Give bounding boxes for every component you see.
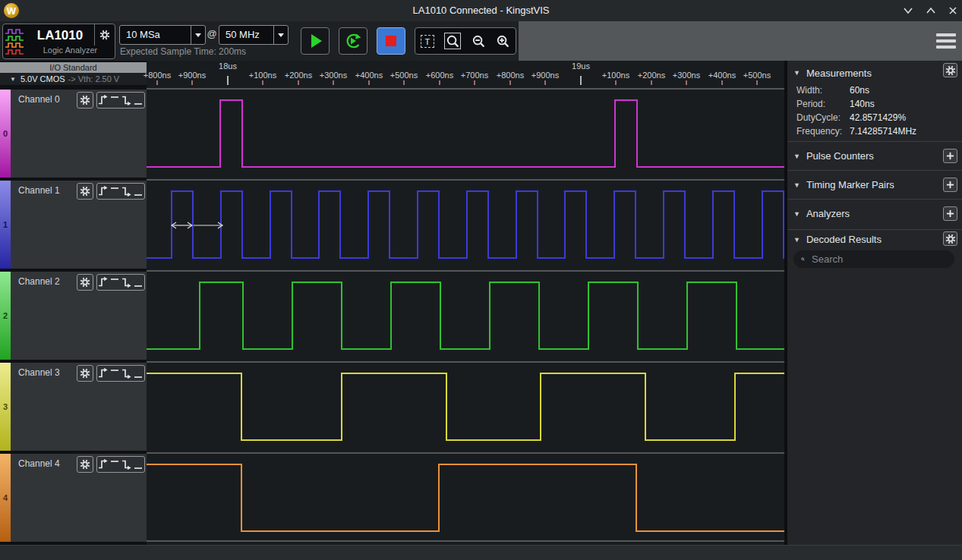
low-level-trigger-button[interactable] [133,94,144,106]
section-title: Pulse Counters [806,150,874,162]
sample-count-select[interactable]: 10 MSa [119,25,206,45]
ruler-tick-mark [298,80,299,85]
falling-edge-trigger-button[interactable] [121,458,132,470]
stop-capture-button[interactable] [377,27,405,55]
rising-edge-trigger-button[interactable] [98,185,109,197]
rising-edge-trigger-icon [98,367,109,379]
channel-settings-button[interactable] [77,365,93,382]
section-add-button[interactable] [943,149,957,163]
waveform-channel-2[interactable] [147,272,784,363]
zoom-selection-button[interactable] [444,33,461,49]
collapse-triangle-icon: ▼ [793,153,800,160]
measurement-label: Width: [796,85,850,96]
ruler-tick-mark [403,80,405,85]
channel-row[interactable]: 1Channel 1 [0,181,147,269]
channel-color-strip: 2 [0,272,11,360]
low-level-trigger-button[interactable] [133,276,144,288]
rising-edge-trigger-button[interactable] [98,458,109,470]
decoded-results-settings-button[interactable] [943,231,957,246]
high-level-trigger-button[interactable] [109,367,120,379]
start-capture-button[interactable] [301,27,330,55]
high-level-trigger-button[interactable] [109,185,120,197]
zoom-in-icon [496,34,510,49]
channel-row[interactable]: 0Channel 0 [0,90,147,178]
plus-icon [946,209,954,218]
falling-edge-trigger-button[interactable] [121,185,132,197]
low-level-trigger-button[interactable] [133,458,144,470]
falling-edge-trigger-button[interactable] [121,276,132,288]
section-add-button[interactable] [943,206,957,221]
falling-edge-trigger-icon [121,367,132,379]
rising-edge-trigger-button[interactable] [98,276,109,288]
high-level-trigger-icon [109,276,120,288]
high-level-trigger-icon [109,94,120,106]
channel-settings-button[interactable] [77,183,93,200]
status-bar [0,545,962,560]
waveform-channel-3[interactable] [147,363,784,454]
trigger-buttons-group [96,274,145,291]
window-maximize-button[interactable] [925,5,937,17]
section-add-button[interactable] [943,178,957,192]
measurements-section-header[interactable]: ▼ Measurements [787,64,962,82]
device-panel[interactable]: LA1010 Logic Analyzer [2,24,115,59]
time-ruler[interactable]: +800ns+900ns18us+100ns+200ns+300ns+400ns… [147,61,784,85]
zoom-selection-icon [446,34,460,49]
sidebar-section-pulse-counters[interactable]: ▼Pulse Counters [787,141,962,170]
rising-edge-trigger-icon [98,185,109,197]
expected-sample-time: Expected Sample Time: 200ms [120,46,246,57]
channel-settings-button[interactable] [77,456,93,473]
text-annotation-button[interactable]: T [421,35,434,48]
channel-row[interactable]: 4Channel 4 [0,454,147,542]
channel-row[interactable]: 3Channel 3 [0,363,147,451]
device-settings-button[interactable] [94,24,115,46]
rising-edge-trigger-button[interactable] [98,94,109,106]
high-level-trigger-button[interactable] [109,94,120,106]
zoom-in-button[interactable] [496,34,510,49]
dropdown-arrow-icon [191,26,205,44]
ruler-tick-mark [333,80,334,85]
channel-row[interactable]: 2Channel 2 [0,272,147,360]
voltage-standard-select[interactable]: ▼ 5.0V CMOS -> Vth: 2.50 V [0,73,147,85]
falling-edge-trigger-button[interactable] [121,367,132,379]
measurement-value: 60ns [850,85,869,96]
waveform-channel-0[interactable] [147,90,784,181]
ruler-tick-mark [580,76,582,85]
collapse-triangle-icon: ▼ [793,181,800,189]
waveform-channel-4[interactable] [147,454,784,545]
channel-settings-button[interactable] [77,274,93,291]
rising-edge-trigger-icon [98,276,109,288]
loop-capture-button[interactable] [339,27,367,55]
io-standard-header: I/O Standard [0,62,147,73]
rising-edge-trigger-button[interactable] [98,367,109,379]
stop-icon [386,36,396,46]
ruler-tick-mark [686,80,687,85]
low-level-trigger-icon [133,185,144,197]
window-close-button[interactable] [947,5,959,17]
close-icon [948,6,957,15]
sidebar-section-timing-marker-pairs[interactable]: ▼Timing Marker Pairs [787,170,962,199]
loop-play-icon [343,31,363,51]
sample-count-value: 10 MSa [120,26,191,44]
low-level-trigger-button[interactable] [133,185,144,197]
ruler-tick-mark [721,80,723,85]
zoom-out-button[interactable] [472,34,486,49]
falling-edge-trigger-icon [121,94,132,106]
sample-rate-select[interactable]: 50 MHz [219,25,289,45]
measurements-settings-button[interactable] [943,63,957,77]
falling-edge-trigger-button[interactable] [121,94,132,106]
sidebar-section-analyzers[interactable]: ▼Analyzers [787,199,962,228]
ruler-tick-mark [651,80,652,85]
window-minimize-button[interactable] [902,5,914,17]
measurement-value: 140ns [850,99,875,109]
high-level-trigger-button[interactable] [109,458,120,470]
chevron-up-icon [927,8,935,13]
channel-settings-button[interactable] [77,92,93,109]
decoded-results-section-header[interactable]: ▼ Decoded Results [787,229,962,249]
high-level-trigger-button[interactable] [109,276,120,288]
decoded-results-search[interactable] [793,250,954,268]
low-level-trigger-button[interactable] [133,367,144,379]
main-menu-button[interactable] [936,33,956,49]
waveform-channel-1[interactable] [147,181,784,272]
search-input[interactable] [810,253,947,266]
search-icon [801,254,805,264]
